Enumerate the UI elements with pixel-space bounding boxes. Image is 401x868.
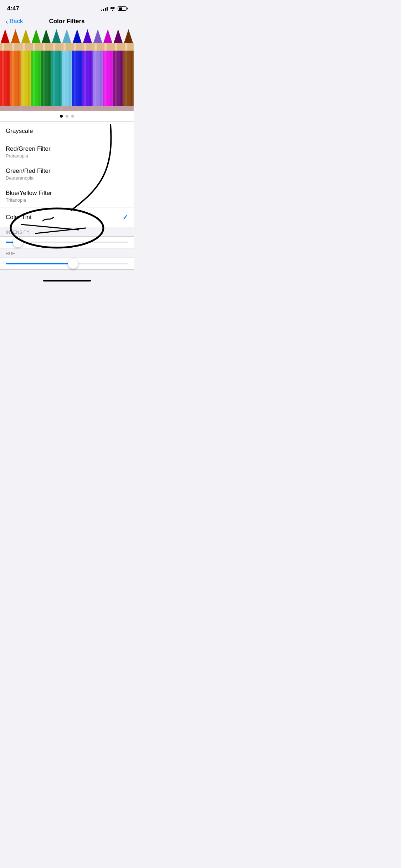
filter-item-green-red[interactable]: Green/Red FilterDeuteranopia <box>0 163 134 185</box>
back-button[interactable]: ‹ Back <box>6 18 23 25</box>
filter-item-title-grayscale: Grayscale <box>6 128 33 135</box>
pencil-5 <box>51 29 62 111</box>
svg-marker-63 <box>93 29 102 43</box>
pencil-2 <box>21 29 31 111</box>
svg-rect-40 <box>59 51 60 106</box>
svg-rect-55 <box>72 106 82 111</box>
svg-rect-69 <box>93 106 103 111</box>
svg-rect-5 <box>7 51 9 106</box>
filter-checkmark-color-tint: ✓ <box>123 213 128 221</box>
svg-rect-72 <box>105 43 107 51</box>
page-dot-3 <box>71 115 74 118</box>
intensity-section: INTENSITY <box>0 227 134 248</box>
status-icons <box>101 6 127 11</box>
svg-rect-71 <box>103 43 113 51</box>
svg-rect-51 <box>74 43 76 51</box>
svg-rect-6 <box>0 106 10 111</box>
status-bar: 4:47 <box>0 0 134 15</box>
filter-item-title-color-tint: Color Tint <box>6 214 32 221</box>
back-chevron-icon: ‹ <box>6 18 8 25</box>
intensity-slider-thumb[interactable] <box>13 237 23 247</box>
svg-rect-43 <box>62 43 72 51</box>
hue-slider-thumb[interactable] <box>68 259 78 269</box>
svg-rect-62 <box>82 106 93 111</box>
svg-rect-33 <box>48 51 50 106</box>
svg-rect-46 <box>63 51 65 106</box>
svg-marker-28 <box>42 29 51 43</box>
pencil-6 <box>62 29 72 111</box>
filter-item-blue-yellow[interactable]: Blue/Yellow FilterTritanopia <box>0 185 134 207</box>
hue-slider-wrapper <box>6 263 128 264</box>
svg-marker-14 <box>21 29 30 43</box>
filter-item-subtitle-blue-yellow: Tritanopia <box>6 197 52 203</box>
svg-rect-74 <box>105 51 107 106</box>
pencil-3 <box>31 29 41 111</box>
nav-bar: ‹ Back Color Filters <box>0 15 134 29</box>
svg-rect-13 <box>10 106 21 111</box>
status-time: 4:47 <box>7 5 19 12</box>
filter-item-title-blue-yellow: Blue/Yellow Filter <box>6 190 52 197</box>
svg-rect-2 <box>2 43 4 51</box>
svg-rect-53 <box>74 51 76 106</box>
svg-rect-79 <box>115 43 117 51</box>
pencil-1 <box>10 29 21 111</box>
svg-rect-12 <box>17 51 19 106</box>
filter-item-text-color-tint: Color Tint <box>6 214 32 221</box>
svg-rect-20 <box>21 106 31 111</box>
svg-rect-64 <box>93 43 103 51</box>
pencil-7 <box>72 29 82 111</box>
svg-rect-88 <box>125 51 127 106</box>
pencil-0 <box>0 29 10 111</box>
filter-item-text-grayscale: Grayscale <box>6 128 33 135</box>
hue-header: HUE <box>0 248 134 258</box>
svg-rect-76 <box>103 106 113 111</box>
filter-item-red-green[interactable]: Red/Green FilterProtanopia <box>0 141 134 163</box>
filter-item-text-green-red: Green/Red FilterDeuteranopia <box>6 167 51 181</box>
intensity-slider-track[interactable] <box>6 242 128 243</box>
svg-rect-82 <box>120 51 122 106</box>
svg-rect-19 <box>28 51 29 106</box>
filter-item-color-tint[interactable]: Color Tint✓ <box>0 207 134 227</box>
svg-rect-48 <box>62 106 72 111</box>
svg-rect-34 <box>41 106 51 111</box>
svg-rect-36 <box>51 43 62 51</box>
svg-rect-41 <box>51 106 62 111</box>
page-dot-2 <box>66 115 68 118</box>
filter-list: Grayscale Red/Green FilterProtanopia Gre… <box>0 121 134 227</box>
svg-rect-9 <box>12 43 14 51</box>
svg-marker-84 <box>124 29 133 43</box>
svg-rect-60 <box>84 51 86 106</box>
svg-rect-67 <box>94 51 96 106</box>
svg-rect-8 <box>10 43 21 51</box>
svg-marker-70 <box>103 29 112 43</box>
svg-rect-39 <box>53 51 55 106</box>
intensity-slider-container <box>0 236 134 248</box>
svg-rect-32 <box>43 51 45 106</box>
battery-icon <box>118 6 127 11</box>
svg-rect-89 <box>131 51 132 106</box>
svg-rect-25 <box>33 51 35 106</box>
svg-marker-7 <box>11 29 20 43</box>
svg-rect-26 <box>38 51 40 106</box>
svg-rect-4 <box>2 51 4 106</box>
svg-rect-57 <box>82 43 93 51</box>
filter-item-subtitle-red-green: Protanopia <box>6 153 51 159</box>
pencils-image <box>0 29 134 111</box>
svg-rect-86 <box>125 43 127 51</box>
svg-rect-1 <box>0 43 10 51</box>
hue-slider-track[interactable] <box>6 263 128 264</box>
svg-rect-90 <box>123 106 134 111</box>
svg-rect-29 <box>41 43 51 51</box>
svg-marker-0 <box>1 29 10 43</box>
home-indicator <box>0 277 134 283</box>
pencil-9 <box>93 29 103 111</box>
filter-item-grayscale[interactable]: Grayscale <box>0 122 134 141</box>
page-dot-1 <box>60 115 63 118</box>
svg-rect-68 <box>100 51 101 106</box>
pencil-8 <box>82 29 93 111</box>
pencil-10 <box>103 29 113 111</box>
svg-marker-77 <box>114 29 123 43</box>
svg-rect-50 <box>72 43 82 51</box>
svg-rect-27 <box>31 106 41 111</box>
svg-rect-11 <box>12 51 14 106</box>
